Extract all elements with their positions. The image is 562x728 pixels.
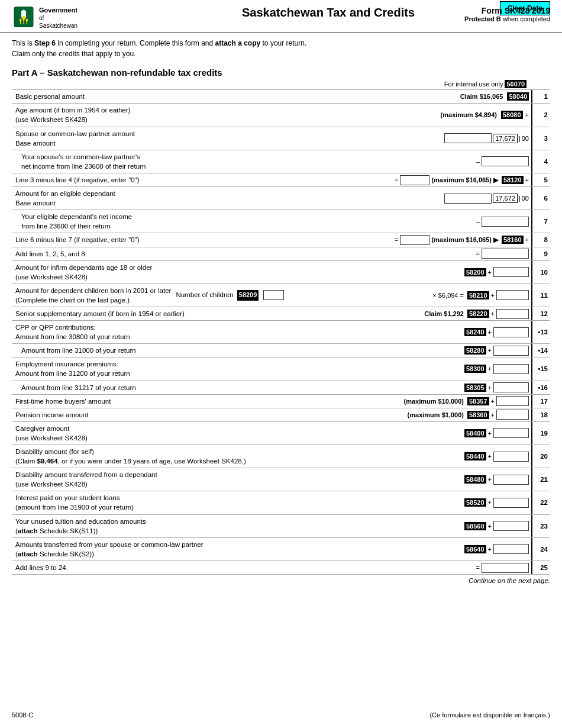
input-row20[interactable] xyxy=(493,452,529,462)
svg-point-3 xyxy=(22,9,25,17)
row4-field: – xyxy=(474,150,531,173)
intro-line1: This is Step 6 in completing your return… xyxy=(12,38,550,49)
row22-field: 58520 + xyxy=(460,491,531,514)
input-row10[interactable] xyxy=(493,267,529,277)
row-1: Basic personal amount Claim $16,065 5804… xyxy=(12,89,550,103)
row16-num: •16 xyxy=(531,381,550,394)
logo-area: Government of Saskatchewan xyxy=(12,6,106,30)
row17-num: 17 xyxy=(531,395,550,408)
row-12: Senior supplementary amount (if born in … xyxy=(12,307,550,320)
row1-label: Basic personal amount xyxy=(12,90,458,103)
input-row6[interactable] xyxy=(444,194,492,204)
input-row7[interactable] xyxy=(482,217,529,227)
input-row9[interactable] xyxy=(482,249,529,259)
field-58640: 58640 xyxy=(464,545,486,553)
row8-field: = (maximum $16,065) ▶ 58160 + xyxy=(392,233,531,246)
input-row23[interactable] xyxy=(493,521,529,531)
input-row21[interactable] xyxy=(493,475,529,485)
row-4: Your spouse's or common-law partner'snet… xyxy=(12,150,550,173)
svg-point-8 xyxy=(20,18,22,21)
input-row18[interactable] xyxy=(496,410,529,420)
field-58280: 58280 xyxy=(464,346,486,355)
row-8: Line 6 minus line 7 (if negative, enter … xyxy=(12,233,550,246)
row25-num: 25 xyxy=(531,561,550,574)
row1-field: Claim $16,065 58040 xyxy=(458,90,531,103)
input-row24[interactable] xyxy=(493,544,529,554)
field-58240: 58240 xyxy=(464,328,486,336)
sk-logo-icon xyxy=(12,6,35,30)
row19-label: Caregiver amount(use Worksheet SK428) xyxy=(12,422,460,444)
row13-label: CPP or QPP contributions:Amount from lin… xyxy=(12,321,460,343)
input-row25[interactable] xyxy=(482,563,529,573)
row10-field: 58200 + xyxy=(460,261,531,284)
row24-num: 24 xyxy=(531,538,550,561)
row20-label: Disability amount (for self)(Claim $9,46… xyxy=(12,445,460,468)
input-row3[interactable] xyxy=(444,133,492,143)
input-row4[interactable] xyxy=(482,156,529,166)
field-58400: 58400 xyxy=(464,429,486,437)
row19-num: 19 xyxy=(531,422,550,444)
field-58360: 58360 xyxy=(467,411,489,419)
field-58560: 58560 xyxy=(464,522,486,530)
field-58440: 58440 xyxy=(464,452,486,460)
protected-label: Protected B when completed xyxy=(464,15,550,22)
row6-label: Amount for an eligible dependantBase amo… xyxy=(12,187,442,210)
row7-num: 7 xyxy=(531,210,550,233)
row13-num: •13 xyxy=(531,321,550,343)
input-row5a[interactable] xyxy=(400,175,429,185)
input-row11-children[interactable] xyxy=(263,290,284,300)
row4-label: Your spouse's or common-law partner'snet… xyxy=(12,150,474,173)
row3-num: 3 xyxy=(531,127,550,150)
row12-label: Senior supplementary amount (if born in … xyxy=(12,307,422,320)
input-row16[interactable] xyxy=(493,382,529,392)
row-14: Amount from line 31000 of your return 58… xyxy=(12,343,550,357)
row17-field: (maximum $10,000) 58357 + xyxy=(401,395,531,408)
row3-field: 17,672 | 00 xyxy=(442,127,531,150)
field-58305: 58305 xyxy=(464,384,486,392)
input-row12[interactable] xyxy=(496,309,529,319)
input-row13[interactable] xyxy=(493,327,529,337)
row4-num: 4 xyxy=(531,150,550,173)
row10-num: 10 xyxy=(531,261,550,284)
row16-label: Amount from line 31217 of your return xyxy=(12,381,460,394)
field-58160: 58160 xyxy=(502,236,524,244)
input-row8a[interactable] xyxy=(400,235,429,245)
field-58200: 58200 xyxy=(464,268,486,276)
row-17: First-time home buyers' amount (maximum … xyxy=(12,394,550,408)
row12-num: 12 xyxy=(531,307,550,320)
input-row15[interactable] xyxy=(493,364,529,374)
row5-num: 5 xyxy=(531,173,550,186)
form-code: 5008-C xyxy=(12,711,33,719)
row2-num: 2 xyxy=(531,104,550,126)
french-note: (Ce formulaire est disponible en françai… xyxy=(429,711,550,719)
continue-text: Continue on the next page. xyxy=(0,575,562,587)
row2-field: (maximum $4,894) 58080 + xyxy=(438,104,531,126)
internal-use-label: For internal use only xyxy=(444,80,503,88)
input-row17[interactable] xyxy=(496,396,529,406)
input-row22[interactable] xyxy=(493,498,529,508)
row11-label: Amount for dependent children born in 20… xyxy=(12,284,430,307)
field-58209: 58209 xyxy=(237,290,259,300)
row2-label: Age amount (if born in 1954 or earlier)(… xyxy=(12,104,438,126)
row-10: Amount for infirm dependants age 18 or o… xyxy=(12,260,550,284)
row18-field: (maximum $1,000) 58360 + xyxy=(405,408,531,421)
row8-num: 8 xyxy=(531,233,550,246)
intro-line2: Claim only the credits that apply to you… xyxy=(12,49,550,59)
row-7: Your eligible dependant's net incomefrom… xyxy=(12,210,550,233)
input-row14[interactable] xyxy=(493,346,529,356)
field-58357: 58357 xyxy=(467,397,489,405)
row-22: Interest paid on your student loans(amou… xyxy=(12,491,550,514)
svg-point-9 xyxy=(22,18,25,21)
row14-num: •14 xyxy=(531,344,550,357)
row15-field: 58300 + xyxy=(460,357,531,380)
input-row11[interactable] xyxy=(496,290,529,300)
row14-label: Amount from line 31000 of your return xyxy=(12,344,460,357)
form-info: Form SK428 2019 Protected B when complet… xyxy=(464,6,550,22)
input-row19[interactable] xyxy=(493,428,529,438)
row3-label: Spouse or common-law partner amountBase … xyxy=(12,127,442,150)
row18-label: Pension income amount xyxy=(12,408,405,421)
row11-field: × $6,094 = 58210 + xyxy=(430,284,531,307)
internal-use-row: For internal use only 56070 xyxy=(0,80,562,88)
row6-num: 6 xyxy=(531,187,550,210)
row-13: CPP or QPP contributions:Amount from lin… xyxy=(12,320,550,343)
